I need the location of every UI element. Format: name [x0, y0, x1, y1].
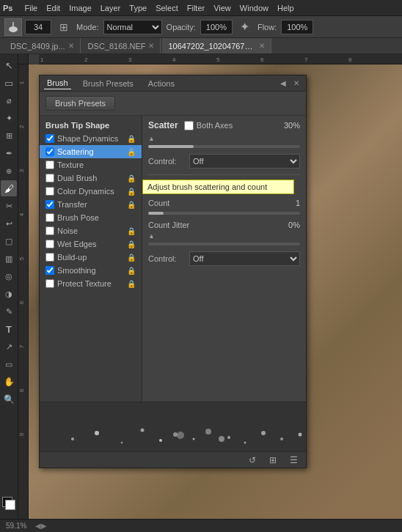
tool-eyedropper[interactable]: ✒ — [1, 145, 17, 161]
zoom-arrows[interactable]: ◀▶ — [35, 522, 47, 530]
menu-view[interactable]: View — [213, 4, 231, 12]
panel-tab-brush[interactable]: Brush — [44, 77, 71, 89]
tool-gradient[interactable]: ▥ — [1, 251, 17, 267]
brush-size-input[interactable] — [25, 20, 51, 34]
panel-close-btn[interactable]: ✕ — [291, 78, 302, 89]
tool-shape[interactable]: ▭ — [1, 356, 17, 372]
menu-select[interactable]: Select — [156, 4, 178, 12]
airbrush-icon[interactable]: ✦ — [237, 19, 253, 35]
count-jitter-row: Count Jitter 0% — [148, 221, 300, 229]
brush-shape-preview[interactable] — [4, 18, 22, 36]
list-item-buildup[interactable]: Build-up 🔒 — [40, 251, 142, 264]
brush-presets-button[interactable]: Brush Presets — [45, 96, 115, 111]
opacity-input[interactable] — [200, 20, 233, 34]
scatter-slider-area[interactable]: ▲ — [148, 135, 300, 148]
tool-history[interactable]: ↩ — [1, 215, 17, 232]
document-tabs: DSC_8409.jp... ✕ DSC_8168.NEF ✕ 10647202… — [0, 38, 402, 54]
list-item-dual-brush[interactable]: Dual Brush 🔒 — [40, 171, 142, 185]
tool-blur[interactable]: ◎ — [1, 268, 17, 284]
tool-clone[interactable]: ✂ — [1, 198, 17, 214]
preview-btn-1[interactable]: ↺ — [244, 452, 260, 468]
menu-file[interactable]: File — [24, 4, 37, 12]
tooltip-container: Adjust brush scattering and count — [148, 180, 300, 194]
tool-text[interactable]: T — [1, 321, 17, 337]
checkbox-wet-edges[interactable] — [45, 240, 54, 248]
menu-type[interactable]: Type — [129, 4, 147, 12]
scatter-slider[interactable] — [148, 145, 300, 148]
zoom-controls[interactable]: ◀▶ — [35, 522, 47, 530]
tool-crop[interactable]: ⊞ — [1, 128, 17, 144]
tab-doc2[interactable]: DSC_8168.NEF ✕ — [82, 38, 161, 54]
preview-btn-3[interactable]: ☰ — [285, 452, 302, 468]
lock-icon-scattering: 🔒 — [127, 148, 136, 156]
tool-pen[interactable]: ✎ — [1, 303, 17, 319]
checkbox-transfer[interactable] — [45, 200, 54, 209]
list-item-brush-pose[interactable]: Brush Pose — [40, 211, 142, 224]
list-item-transfer[interactable]: Transfer 🔒 — [40, 198, 142, 211]
control-select-2[interactable]: Off Fade Pen Pressure — [189, 251, 300, 266]
flow-input[interactable] — [281, 20, 313, 34]
foreground-bg-colors[interactable] — [1, 495, 17, 511]
list-item-wet-edges[interactable]: Wet Edges 🔒 — [40, 237, 142, 251]
canvas-workspace[interactable]: Brush Brush Presets Actions ◀ ✕ Brush Pr… — [29, 64, 402, 532]
brush-options-icon[interactable]: ⊞ — [56, 19, 72, 35]
tool-select-rect[interactable]: ▭ — [1, 75, 17, 91]
checkbox-scattering[interactable] — [45, 147, 54, 156]
count-jitter-slider[interactable] — [148, 243, 300, 245]
svg-text:9: 9 — [18, 432, 25, 436]
tab-doc3-close[interactable]: ✕ — [259, 42, 265, 50]
menu-edit[interactable]: Edit — [46, 4, 60, 12]
checkbox-buildup[interactable] — [45, 253, 54, 262]
tab-doc3[interactable]: 10647202_10204767818379207_29095... ✕ — [162, 38, 271, 54]
tool-hand[interactable]: ✋ — [1, 374, 17, 390]
tool-zoom[interactable]: 🔍 — [1, 391, 17, 407]
menu-layer[interactable]: Layer — [100, 4, 121, 12]
list-item-noise[interactable]: Noise 🔒 — [40, 224, 142, 237]
tool-path-select[interactable]: ↗ — [1, 339, 17, 355]
list-item-texture[interactable]: Texture — [40, 158, 142, 171]
list-item-scattering[interactable]: Scattering 🔒 — [40, 145, 142, 158]
checkbox-shape-dynamics[interactable] — [45, 134, 54, 143]
tool-brush[interactable]: 🖌 — [1, 180, 17, 196]
menu-bar: Ps File Edit Image Layer Type Select Fil… — [0, 0, 402, 16]
list-item-protect-texture[interactable]: Protect Texture 🔒 — [40, 277, 142, 290]
tab-doc3-label: 10647202_10204767818379207_29095... — [168, 42, 256, 51]
tool-dodge[interactable]: ◑ — [1, 286, 17, 302]
tab-doc1[interactable]: DSC_8409.jp... ✕ — [4, 38, 81, 54]
both-axes-checkbox[interactable] — [184, 121, 194, 130]
preview-btn-2[interactable]: ⊞ — [265, 452, 281, 468]
checkbox-dual-brush[interactable] — [45, 174, 54, 182]
menu-image[interactable]: Image — [69, 4, 92, 12]
checkbox-color-dynamics[interactable] — [45, 187, 54, 196]
checkbox-protect-texture[interactable] — [45, 279, 54, 288]
svg-point-38 — [219, 436, 224, 442]
list-item-smoothing[interactable]: Smoothing 🔒 — [40, 264, 142, 277]
checkbox-noise[interactable] — [45, 226, 54, 235]
svg-point-28 — [244, 442, 246, 444]
tab-doc1-close[interactable]: ✕ — [68, 42, 74, 50]
brush-picker-area[interactable] — [4, 18, 51, 36]
list-item-shape-dynamics[interactable]: Shape Dynamics 🔒 — [40, 132, 142, 145]
flow-label: Flow: — [257, 23, 277, 32]
checkbox-brush-pose[interactable] — [45, 213, 54, 222]
tool-magic-wand[interactable]: ✦ — [1, 110, 17, 126]
control-select-1[interactable]: Off Fade Pen Pressure — [189, 154, 300, 169]
lock-icon-smoothing: 🔒 — [127, 267, 136, 275]
menu-filter[interactable]: Filter — [187, 4, 205, 12]
panel-collapse-btn[interactable]: ◀ — [278, 78, 288, 89]
panel-tab-actions[interactable]: Actions — [145, 78, 178, 89]
svg-point-27 — [227, 436, 230, 439]
panel-tab-presets[interactable]: Brush Presets — [80, 78, 136, 89]
tool-arrow[interactable]: ↖ — [1, 57, 17, 73]
tab-doc2-close[interactable]: ✕ — [148, 42, 154, 50]
menu-window[interactable]: Window — [240, 4, 268, 12]
tool-lasso[interactable]: ⌀ — [1, 92, 17, 108]
checkbox-smoothing[interactable] — [45, 266, 54, 275]
count-slider[interactable] — [148, 212, 300, 215]
mode-select[interactable]: Normal Dissolve Multiply — [103, 20, 162, 34]
menu-help[interactable]: Help — [277, 4, 294, 12]
list-item-color-dynamics[interactable]: Color Dynamics 🔒 — [40, 185, 142, 198]
tool-spot-heal[interactable]: ⊕ — [1, 163, 17, 179]
checkbox-texture[interactable] — [45, 160, 54, 169]
tool-eraser[interactable]: ▢ — [1, 233, 17, 249]
